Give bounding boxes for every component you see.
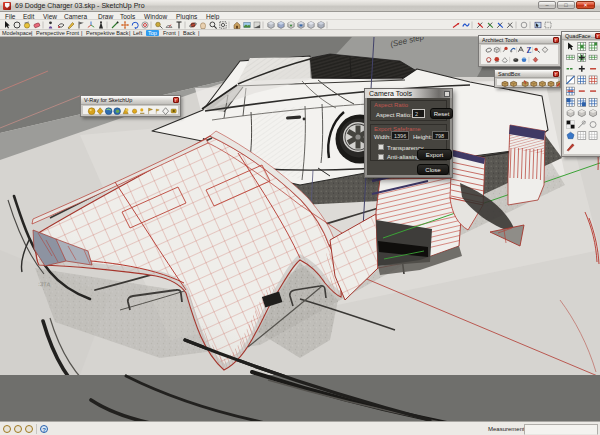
svg-text::3TA: :3TA <box>38 281 51 288</box>
svg-text:Z: Z <box>527 46 532 55</box>
